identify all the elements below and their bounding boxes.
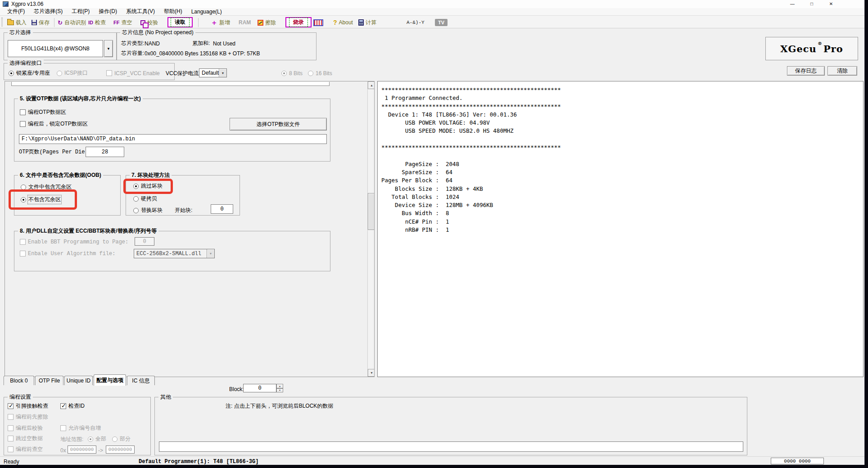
- checksum-value: Not Used: [213, 40, 235, 47]
- menu-help[interactable]: 帮助(H): [159, 7, 187, 16]
- erase-before-checkbox: 编程前先擦除: [8, 414, 48, 420]
- menu-file[interactable]: 文件(F): [3, 7, 29, 16]
- start-block-value: 0: [220, 206, 223, 212]
- radio-icon: [281, 71, 287, 76]
- verify-icon: [140, 20, 145, 25]
- checkbox-icon: [20, 109, 26, 115]
- toolbar-add-new-button[interactable]: ＋ 新增: [211, 18, 230, 27]
- scroll-up-button[interactable]: ▲: [368, 81, 375, 89]
- pin-check-checkbox[interactable]: 引脚接触检查: [8, 403, 48, 410]
- tab-unique-id[interactable]: Unique ID: [64, 376, 93, 385]
- scrollbar-thumb[interactable]: [368, 193, 375, 230]
- block-nav-input[interactable]: 0: [243, 384, 276, 392]
- toolbar-about-button[interactable]: ? About: [333, 18, 353, 27]
- toolbar-save-button[interactable]: 保存: [32, 18, 50, 27]
- start-block-input[interactable]: 0: [211, 204, 233, 214]
- lock-otp-checkbox[interactable]: 编程后，锁定OTP数据区: [20, 121, 88, 127]
- spin-up-button[interactable]: ▲: [276, 384, 283, 388]
- toolbar-program-button[interactable]: 烧录: [285, 17, 312, 27]
- bits16-radio: 16 Bits: [308, 70, 332, 76]
- checkbox-icon: [20, 239, 26, 245]
- address-part-label: 部分: [120, 435, 131, 443]
- program-otp-label: 编程OTP数据区: [28, 108, 66, 116]
- toolbar-tv-button[interactable]: TV: [435, 18, 448, 27]
- app-icon: [3, 1, 9, 7]
- block-nav-label: Block:: [229, 386, 244, 392]
- socket-radio[interactable]: 锁紧座/专用座: [9, 70, 50, 76]
- tab-otp-file[interactable]: OTP File: [35, 376, 63, 385]
- menu-language[interactable]: Language(L): [187, 8, 226, 16]
- clear-log-button[interactable]: 清除: [827, 66, 857, 76]
- without-oob-radio[interactable]: 不包含冗余区: [21, 196, 61, 203]
- toolbar-separator: [198, 18, 199, 27]
- hardcopy-radio[interactable]: 硬拷贝: [133, 195, 157, 202]
- chip-info-group: 芯片信息 (No Project opened) 芯片类型: NAND 累加和:…: [116, 32, 316, 60]
- toolbar-id-check-label: 检查: [95, 19, 106, 27]
- chip-select-group: 芯片选择 F50L1G41LB(x4) @WSON8 ▼: [4, 32, 117, 60]
- checkbox-icon: [60, 403, 66, 409]
- with-oob-radio[interactable]: 文件中包含冗余区: [21, 184, 72, 190]
- chip-select-combobox[interactable]: F50L1G41LB(x4) @WSON8: [8, 40, 103, 57]
- minimize-button[interactable]: —: [786, 0, 799, 7]
- status-counter: 0000 0000: [771, 458, 824, 464]
- toolbar-load-button[interactable]: 载入: [7, 18, 27, 27]
- menu-system-tools[interactable]: 系统工具(V): [122, 7, 159, 16]
- skip-blank-checkbox: 跳过空数据: [8, 435, 43, 442]
- otp-file-path-input[interactable]: F:\Xgpro\UserData\NAND\OTP_data.bin: [19, 134, 327, 144]
- toolbar-read-button[interactable]: 读取: [167, 17, 193, 27]
- chevron-down-icon: ▼: [207, 249, 214, 258]
- otp-pages-value: 28: [102, 149, 108, 155]
- scroll-down-button[interactable]: ▼: [368, 369, 375, 377]
- close-button[interactable]: ✕: [824, 0, 838, 7]
- radio-icon: [133, 184, 139, 189]
- chip-select-dropdown-button[interactable]: ▼: [104, 40, 113, 57]
- otp-pages-input[interactable]: 28: [86, 147, 124, 157]
- tab-block0[interactable]: Block 0: [4, 376, 34, 385]
- app-window: Xgpro v13.06 — □ ✕ 文件(F) 芯片选择(S) 工程(P) 操…: [0, 0, 865, 465]
- radio-icon: [9, 71, 14, 76]
- toolbar-calculate-button[interactable]: 计算: [358, 18, 376, 27]
- menu-chip-select[interactable]: 芯片选择(S): [29, 7, 67, 16]
- log-text: ****************************************…: [378, 81, 863, 234]
- status-counter-value: 0000 0000: [784, 459, 810, 464]
- radio-icon: [88, 436, 93, 442]
- window-title: Xgpro v13.06: [11, 1, 43, 7]
- skip-badblock-radio[interactable]: 跳过坏块: [133, 183, 163, 189]
- spin-down-icon: ▼: [279, 389, 281, 392]
- toolbar-socket-button[interactable]: [313, 18, 323, 27]
- settings-scrollbar[interactable]: ▲ ▼: [367, 81, 375, 377]
- toolbar-verify-button[interactable]: 校验: [140, 18, 158, 27]
- vcc-protect-combobox[interactable]: Default ▼: [199, 68, 227, 77]
- menu-operation[interactable]: 操作(D): [94, 7, 122, 16]
- checkbox-icon: [20, 251, 26, 256]
- toolbar-id-check-button[interactable]: ID 检查: [88, 18, 106, 27]
- pin-check-label: 引脚接触检查: [16, 402, 48, 410]
- floppy-save-icon: [32, 20, 37, 25]
- toolbar-auto-identify-button[interactable]: ↻ 自动识别: [58, 18, 86, 27]
- address-part-radio: 部分: [112, 436, 131, 442]
- toolbar-erase-button[interactable]: 擦除: [258, 18, 276, 27]
- check-id-checkbox[interactable]: 检查ID: [60, 403, 85, 410]
- dll-file-value: ECC-256Bx2-SMALL.dll: [134, 251, 207, 257]
- menu-project[interactable]: 工程(P): [67, 7, 94, 16]
- toolbar-erase-label: 擦除: [265, 19, 276, 27]
- choose-otp-file-button[interactable]: 选择OTP数据文件: [230, 118, 327, 130]
- block-nav-spinner[interactable]: ▲ ▼: [276, 384, 283, 392]
- checkbox-icon: [8, 446, 14, 452]
- blank-check-before-checkbox: 编程前查空: [8, 446, 43, 453]
- toolbar-logic-gate-button[interactable]: A-&)-Y: [407, 18, 425, 27]
- save-log-button[interactable]: 保存日志: [787, 66, 825, 76]
- block-browse-note: 注: 点击上下箭头，可浏览前后BLOCK的数据: [226, 403, 333, 410]
- tab-config-options[interactable]: 配置与选项: [94, 374, 126, 386]
- tab-ic-info[interactable]: IC 信息: [127, 376, 155, 385]
- replace-badblock-label: 替换坏块: [141, 207, 163, 214]
- toolbar-blank-check-button[interactable]: FF 查空: [113, 18, 132, 27]
- otp-pages-label: OTP页数(Pages Per Die) :: [19, 148, 95, 155]
- toolbar: 载入 保存 ↻ 自动识别 ID 检查 FF 查空 校验 读取 ＋ 新增: [0, 16, 864, 28]
- program-otp-checkbox[interactable]: 编程OTP数据区: [20, 109, 66, 116]
- spin-down-button[interactable]: ▼: [276, 388, 283, 393]
- replace-badblock-radio[interactable]: 替换坏块: [133, 207, 163, 214]
- status-bar: Ready Default Programmer(1): T48 [TL866-…: [0, 456, 865, 465]
- address-from-value: 00000000: [70, 447, 94, 452]
- maximize-button[interactable]: □: [805, 0, 818, 7]
